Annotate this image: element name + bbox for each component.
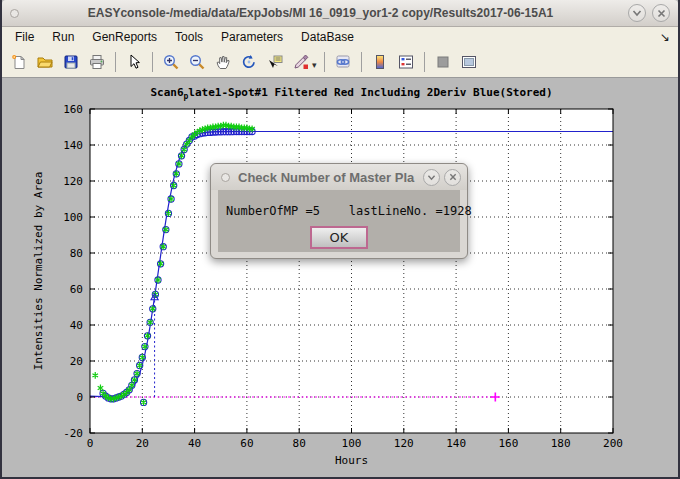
easyconsole-window: EASYconsole-/media/data/ExpJobs/MI 16_09… (2, 0, 678, 477)
brush-dropdown-caret-icon[interactable]: ▾ (312, 60, 317, 70)
dock-arrow-icon[interactable]: ↘ (660, 30, 674, 44)
link-plot-button[interactable] (331, 50, 355, 74)
plot-title: Scan6plate1-Spot#1 Filtered Red Includin… (90, 86, 613, 101)
x-tick-label: 0 (87, 437, 94, 450)
save-icon (63, 54, 79, 70)
y-tick-label: 140 (63, 139, 83, 152)
close-button[interactable] (652, 4, 670, 22)
x-tick-label: 60 (240, 437, 253, 450)
toolbar: ▾ (2, 47, 678, 78)
toolbar-separator (361, 52, 362, 72)
y-tick-label: 40 (70, 319, 83, 332)
hide-plot-tools-button[interactable] (431, 50, 455, 74)
x-tick-label: 100 (342, 437, 362, 450)
zoom-in-icon (163, 54, 179, 70)
plot-title-pre: Scan6 (150, 86, 183, 99)
x-axis-label: Hours (90, 454, 613, 467)
x-tick-label: 180 (551, 437, 571, 450)
new-figure-icon (11, 54, 27, 70)
x-tick-label: 160 (498, 437, 518, 450)
open-file-button[interactable] (33, 50, 57, 74)
figure-area: Scan6plate1-Spot#1 Filtered Red Includin… (2, 78, 678, 477)
data-cursor-icon (267, 54, 283, 70)
x-tick-label: 40 (188, 437, 201, 450)
close-icon (449, 173, 457, 181)
shade-button[interactable] (628, 4, 646, 22)
edit-plot-button[interactable] (122, 50, 146, 74)
menu-run[interactable]: Run (43, 28, 83, 46)
insert-legend-button[interactable] (394, 50, 418, 74)
toolbar-separator (324, 52, 325, 72)
dialog-title: Check Number of Master Pla (238, 170, 419, 185)
zoom-in-button[interactable] (159, 50, 183, 74)
dialog-check-number-of-master-plates: Check Number of Master Pla NumberOfMP =5… (210, 163, 468, 259)
rotate-3d-button[interactable] (237, 50, 261, 74)
y-tick-label: 80 (70, 247, 83, 260)
zoom-out-icon (189, 54, 205, 70)
show-plot-tools-icon (461, 54, 477, 70)
x-tick-label: 20 (136, 437, 149, 450)
x-tick-label: 140 (446, 437, 466, 450)
y-tick-label: 0 (76, 391, 83, 404)
y-tick-label: 60 (70, 283, 83, 296)
dialog-close-button[interactable] (444, 169, 461, 186)
show-plot-tools-button[interactable] (457, 50, 481, 74)
menu-genreports[interactable]: GenReports (83, 28, 166, 46)
new-figure-button[interactable] (7, 50, 31, 74)
rotate-3d-icon (241, 54, 257, 70)
x-tick-label: 120 (394, 437, 414, 450)
dialog-message: NumberOfMP =5 lastLineNo. =1928 (226, 204, 472, 218)
chevron-down-icon (427, 174, 436, 181)
x-tick-label: 80 (293, 437, 306, 450)
save-figure-button[interactable] (59, 50, 83, 74)
toolbar-separator (152, 52, 153, 72)
print-icon (89, 54, 105, 70)
dialog-body: NumberOfMP =5 lastLineNo. =1928 OK (218, 190, 460, 252)
chevron-down-icon (632, 9, 642, 17)
application-window: EASYconsole-/media/data/ExpJobs/MI 16_09… (0, 0, 680, 479)
hide-plot-tools-icon (435, 54, 451, 70)
print-figure-button[interactable] (85, 50, 109, 74)
close-icon (657, 9, 666, 18)
menu-file[interactable]: File (6, 28, 43, 46)
dialog-window-menu-icon[interactable] (221, 173, 230, 182)
toolbar-separator (115, 52, 116, 72)
y-tick-label: 160 (63, 103, 83, 116)
dialog-shade-button[interactable] (423, 169, 440, 186)
open-folder-icon (37, 54, 53, 70)
window-title: EASYconsole-/media/data/ExpJobs/MI 16_09… (19, 6, 622, 20)
pan-button[interactable] (211, 50, 235, 74)
y-axis-label: Intensities Normalized by Area (32, 172, 45, 371)
window-menu-icon[interactable] (10, 9, 19, 18)
brush-icon (293, 54, 309, 70)
edit-arrow-icon (126, 54, 142, 70)
menu-database[interactable]: DataBase (292, 28, 363, 46)
insert-colorbar-button[interactable] (368, 50, 392, 74)
y-tick-label: 120 (63, 175, 83, 188)
toolbar-separator (424, 52, 425, 72)
x-tick-label: 200 (603, 437, 623, 450)
legend-icon (398, 54, 414, 70)
titlebar[interactable]: EASYconsole-/media/data/ExpJobs/MI 16_09… (2, 0, 678, 27)
plot-title-rest: late1-Spot#1 Filtered Red Including 2Der… (188, 86, 552, 99)
brush-data-button[interactable] (289, 50, 313, 74)
y-tick-label: -20 (63, 427, 83, 440)
plot-canvas: 020406080100120140160180200-200204060801… (2, 78, 678, 477)
colorbar-icon (372, 54, 388, 70)
menu-parameters[interactable]: Parameters (212, 28, 292, 46)
menu-tools[interactable]: Tools (166, 28, 212, 46)
y-tick-label: 100 (63, 211, 83, 224)
data-cursor-button[interactable] (263, 50, 287, 74)
pan-hand-icon (215, 54, 231, 70)
link-icon (335, 54, 351, 70)
y-tick-label: 20 (70, 355, 83, 368)
ok-button[interactable]: OK (310, 226, 368, 249)
dialog-titlebar[interactable]: Check Number of Master Pla (211, 164, 467, 190)
menubar: FileRunGenReportsToolsParametersDataBase… (2, 27, 678, 47)
zoom-out-button[interactable] (185, 50, 209, 74)
